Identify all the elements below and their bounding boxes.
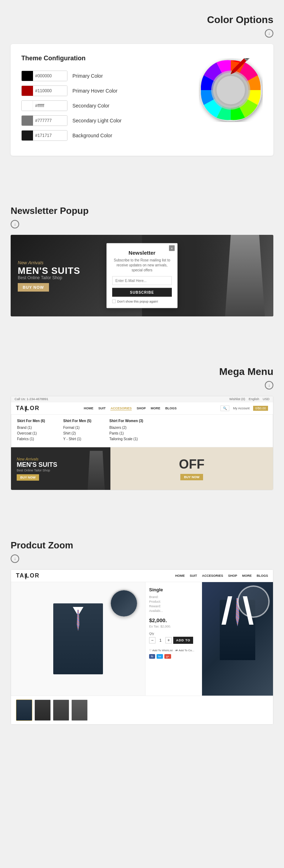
- mm-nav-suit[interactable]: SUIT: [98, 407, 106, 410]
- secondary-light-color-row: #777777 Secondary Light Color: [21, 115, 188, 126]
- mm-wishlist[interactable]: Wishlist (0): [229, 397, 245, 401]
- color-options-title: Color Options: [7, 14, 277, 26]
- pz-add-to-cart-button[interactable]: ADD TO: [173, 637, 193, 644]
- svg-point-6: [217, 76, 245, 104]
- theme-config-left: Theme Configuration #000000 Primary Colo…: [21, 55, 188, 145]
- mm-col1-item-3[interactable]: Fabrics (1): [17, 437, 53, 441]
- pz-meta-brand: Brand:: [149, 595, 198, 599]
- pz-facebook-button[interactable]: fb: [149, 654, 155, 659]
- mm-hero-off: OFF: [179, 457, 204, 472]
- background-color-row: #171717 Background Color: [21, 130, 188, 141]
- newsletter-subscribe-button[interactable]: SUBSCRIBE: [112, 288, 172, 297]
- background-color-label: Background Color: [72, 133, 112, 138]
- search-icon: 🔍: [223, 407, 227, 410]
- pz-logo: TA|LOR: [16, 573, 40, 579]
- mm-col3-header: Shirt For Women (3): [109, 419, 145, 423]
- newsletter-arrow-icon: ↓: [11, 220, 19, 228]
- pz-logo-divider: |: [25, 573, 25, 578]
- mm-col1-item-2[interactable]: Overcoat (1): [17, 431, 53, 435]
- mm-currency[interactable]: USD: [263, 397, 269, 401]
- pz-nav-accessories[interactable]: ACCESORIES: [202, 574, 223, 577]
- newsletter-modal-close-button[interactable]: ×: [169, 245, 175, 251]
- heart-icon: ♡: [149, 649, 152, 652]
- secondary-light-color-input[interactable]: #777777: [21, 115, 67, 126]
- primary-hover-color-swatch: [22, 86, 33, 96]
- pz-thumbnails: [11, 696, 273, 724]
- mm-nav-shop[interactable]: SHOP: [137, 407, 146, 410]
- pz-nav-shop[interactable]: SHOP: [228, 574, 237, 577]
- mega-menu-preview: Call Us: 1-234-4678891 Wishlist (0) Engl…: [11, 396, 273, 490]
- mm-header-right: 🔍 My Account 0/$0.00: [220, 405, 268, 411]
- pz-suit-image: [53, 603, 103, 674]
- newsletter-email-input[interactable]: [112, 276, 172, 285]
- mm-logo-divider: |: [25, 406, 25, 411]
- secondary-color-hex: #ffffff: [33, 101, 67, 111]
- newsletter-checkbox-row: Don't show this popup again!: [112, 300, 172, 303]
- mm-col3-item-1[interactable]: Blazers (2): [109, 426, 145, 430]
- mm-search-box[interactable]: 🔍: [220, 405, 229, 411]
- mm-col3-item-3[interactable]: Tailoring Scale (1): [109, 437, 145, 441]
- mm-nav: HOME SUIT ACCESORIES SHOP MORE BLOGS: [84, 407, 177, 410]
- mega-menu-arrow: ↓: [7, 380, 277, 389]
- pz-brand-label: Brand:: [149, 595, 159, 599]
- newsletter-buy-button[interactable]: BUY NOW: [18, 283, 49, 292]
- modal-description: Subscribe to the Rose mailing list to re…: [112, 258, 172, 273]
- primary-hover-color-input[interactable]: #110000: [21, 85, 67, 96]
- mm-col3-item-2[interactable]: Pants (1): [109, 431, 145, 435]
- mm-nav-accessories[interactable]: ACCESORIES: [110, 407, 132, 410]
- mm-cart[interactable]: 0/$0.00: [253, 406, 268, 411]
- mm-col2-header: Shirt For Men (5): [63, 419, 99, 423]
- pz-price-sub: Ex Tax: $2,000.: [149, 625, 198, 628]
- mm-dropdown-col-3: Shirt For Women (3) Blazers (2) Pants (1…: [109, 419, 145, 443]
- pz-thumb-2[interactable]: [34, 700, 51, 721]
- pz-googleplus-button[interactable]: g+: [164, 654, 171, 659]
- mm-account[interactable]: My Account: [233, 407, 250, 410]
- pz-nav: HOME SUIT ACCESORIES SHOP MORE BLOGS: [175, 574, 268, 577]
- pz-compare-button[interactable]: ⇄ Add To Co...: [175, 649, 194, 652]
- primary-color-input[interactable]: #000000: [21, 71, 67, 81]
- color-options-section: Color Options ↓ Theme Configuration #000…: [0, 0, 284, 166]
- pz-nav-more[interactable]: MORE: [242, 574, 252, 577]
- mm-col1-header: Skirt For Men (6): [17, 419, 53, 423]
- pz-thumb-4[interactable]: [71, 700, 88, 721]
- pz-qty-label: Qty: [149, 632, 198, 635]
- pz-qty-increase[interactable]: +: [165, 637, 172, 643]
- mm-col2-item-2[interactable]: Shirt (2): [63, 431, 99, 435]
- pz-thumb-1[interactable]: [16, 700, 32, 721]
- pz-qty-decrease[interactable]: −: [149, 637, 155, 643]
- mm-language[interactable]: English: [248, 397, 259, 401]
- background-color-input[interactable]: #171717: [21, 130, 67, 141]
- mm-buy-button-2[interactable]: BUY NOW: [180, 474, 203, 480]
- product-zoom-arrow-icon: ↓: [11, 554, 19, 563]
- secondary-color-swatch: [22, 101, 33, 111]
- pz-wishlist-label: Add To WishList: [152, 649, 173, 652]
- secondary-color-input[interactable]: #ffffff: [21, 100, 67, 111]
- person-silhouette: [217, 235, 273, 316]
- pz-price: $2,000.: [149, 617, 198, 623]
- product-zoom-preview: TA|LOR HOME SUIT ACCESORIES SHOP MORE BL…: [11, 569, 273, 725]
- pz-nav-suit[interactable]: SUIT: [190, 574, 197, 577]
- color-picker-wheel: [195, 55, 266, 126]
- pz-wishlist-button[interactable]: ♡ Add To WishList: [149, 649, 173, 652]
- pz-product-area: [11, 582, 145, 696]
- mm-col2-item-1[interactable]: Formal (1): [63, 426, 99, 430]
- mm-col2-item-3[interactable]: Y - Shirt (1): [63, 437, 99, 441]
- pz-thumb-3[interactable]: [53, 700, 69, 721]
- pz-nav-blogs[interactable]: BLOGS: [257, 574, 268, 577]
- mm-nav-blogs[interactable]: BLOGS: [165, 407, 176, 410]
- mm-nav-home[interactable]: HOME: [84, 407, 93, 410]
- product-zoom-title: Prodcut Zoom: [7, 540, 277, 551]
- mm-col1-item-1[interactable]: Brand (1): [17, 426, 53, 430]
- mm-buy-button[interactable]: BUY NOW: [17, 474, 39, 481]
- color-options-arrow: ↓: [7, 28, 277, 38]
- mm-topbar-phone: Call Us: 1-234-4678891: [15, 397, 48, 401]
- newsletter-checkbox[interactable]: [112, 300, 116, 303]
- mm-dropdown-col-2: Shirt For Men (5) Formal (1) Shirt (2) Y…: [63, 419, 99, 443]
- pz-twitter-button[interactable]: tw: [157, 654, 163, 659]
- newsletter-hero-title: MEN'S SUITS: [18, 266, 80, 275]
- primary-hover-color-row: #110000 Primary Hover Color: [21, 85, 188, 96]
- pz-nav-home[interactable]: HOME: [175, 574, 185, 577]
- mm-nav-more[interactable]: MORE: [151, 407, 160, 410]
- newsletter-section: Newsletter Popup ↓ New Arrivals MEN'S SU…: [0, 188, 284, 327]
- primary-hover-color-label: Primary Hover Color: [72, 88, 118, 94]
